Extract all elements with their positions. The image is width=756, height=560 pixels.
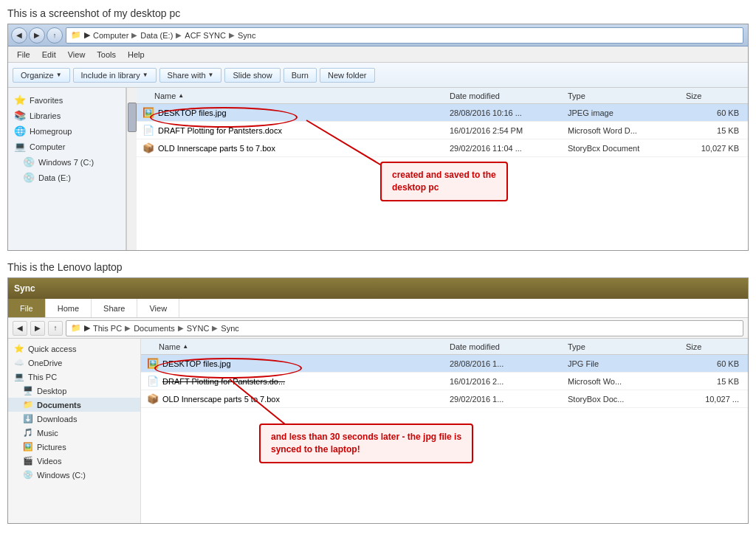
- win8-file-type-2: Microsoft Wo...: [568, 377, 686, 386]
- this-pc-icon: 💻: [14, 372, 24, 381]
- win8-file-name-text-2: DRAFT Plotting for Pantsters.do...: [162, 377, 285, 386]
- toolbar-slideshow[interactable]: Slide show: [224, 68, 280, 83]
- col-name-header[interactable]: Name ▲: [140, 91, 450, 100]
- sidebar-music[interactable]: 🎵 Music: [8, 426, 140, 440]
- music-label: Music: [37, 429, 58, 438]
- sidebar-documents[interactable]: 📁 Documents: [8, 398, 140, 412]
- win7-toolbar: Organize ▼ Include in library ▼ Share wi…: [8, 63, 748, 88]
- sidebar-onedrive[interactable]: ☁️ OneDrive: [8, 356, 140, 370]
- ribbon-tab-share[interactable]: Share: [92, 299, 137, 317]
- win8-sort-arrow: ▲: [182, 343, 188, 350]
- ribbon-tab-home[interactable]: Home: [46, 299, 92, 317]
- sidebar-this-pc[interactable]: 💻 This PC: [8, 370, 140, 384]
- win7-forward-btn[interactable]: ▶: [29, 27, 45, 44]
- desktop-icon: 🖥️: [23, 386, 33, 395]
- computer-icon: 💻: [14, 141, 26, 152]
- sidebar-libraries[interactable]: 📚 Libraries: [8, 108, 126, 123]
- win8-file-area: Name ▲ Date modified Type Size 🖼️ DESKTO…: [141, 339, 748, 523]
- file-row-1[interactable]: 🖼️ DESKTOP files.jpg 28/08/2016 10:16 ..…: [137, 104, 748, 122]
- win8-forward-btn[interactable]: ▶: [30, 321, 45, 336]
- win8-file-date-1: 28/08/2016 1...: [450, 359, 568, 368]
- file-name-text-3: OLD Innerscape parts 5 to 7.box: [158, 144, 275, 153]
- win8-ribbon-tabs: File Home Share View: [8, 299, 748, 318]
- win7-back-btn[interactable]: ◀: [11, 27, 27, 44]
- file-row-2[interactable]: 📄 DRAFT Plotting for Pantsters.docx 16/0…: [137, 122, 748, 139]
- sidebar-windows7[interactable]: 💿 Windows 7 (C:): [8, 154, 126, 170]
- win8-col-type-header[interactable]: Type: [568, 342, 686, 351]
- ribbon-tab-view[interactable]: View: [137, 299, 179, 317]
- file-name-text-2: DRAFT Plotting for Pantsters.docx: [158, 126, 282, 135]
- sidebar-data[interactable]: 💿 Data (E:): [8, 170, 126, 185]
- toolbar-organize[interactable]: Organize ▼: [13, 68, 70, 83]
- win8-file-date-2: 16/01/2016 2...: [450, 377, 568, 386]
- win8-address-bar[interactable]: 📁 ▶ This PC ▶ Documents ▶ SYNC ▶ Sync: [66, 320, 743, 336]
- sidebar-computer[interactable]: 💻 Computer: [8, 139, 126, 154]
- win8-col-size-header[interactable]: Size: [686, 342, 745, 351]
- homegroup-label: Homegroup: [30, 127, 72, 136]
- sidebar-quick-access[interactable]: ⭐ Quick access: [8, 342, 140, 356]
- file-size-1: 60 KB: [686, 108, 745, 117]
- col-date-header[interactable]: Date modified: [450, 91, 568, 100]
- ribbon-tab-file[interactable]: File: [8, 299, 46, 317]
- win8-up-btn[interactable]: ↑: [48, 321, 63, 336]
- col-date-label: Date modified: [450, 91, 500, 100]
- sidebar-downloads[interactable]: ⬇️ Downloads: [8, 412, 140, 426]
- desktop-label-sidebar: Desktop: [37, 387, 66, 395]
- file-name-2: 📄 DRAFT Plotting for Pantsters.docx: [140, 125, 450, 136]
- menu-view[interactable]: View: [62, 49, 92, 61]
- file-row-3[interactable]: 📦 OLD Innerscape parts 5 to 7.box 29/02/…: [137, 139, 748, 157]
- sidebar-homegroup[interactable]: 🌐 Homegroup: [8, 123, 126, 139]
- win7-callout-box: created and saved to the desktop pc: [380, 162, 508, 201]
- sidebar-pictures[interactable]: 🖼️ Pictures: [8, 440, 140, 454]
- win7-titlebar: ◀ ▶ ↑ 📁 ▶ Computer ▶ Data (E:) ▶ ACF SYN…: [8, 24, 748, 46]
- win8-file-row-2[interactable]: 📄 DRAFT Plotting for Pantsters.do... 16/…: [141, 373, 748, 390]
- onedrive-icon: ☁️: [14, 358, 24, 367]
- col-size-header[interactable]: Size: [686, 91, 745, 100]
- downloads-label: Downloads: [37, 415, 77, 424]
- sep2: ▶: [176, 31, 182, 39]
- col-name-label: Name: [154, 91, 176, 100]
- pictures-icon: 🖼️: [23, 442, 33, 452]
- col-type-header[interactable]: Type: [568, 91, 686, 100]
- win8-col-name-header[interactable]: Name ▲: [144, 342, 450, 351]
- computer-label: Computer: [30, 142, 65, 151]
- toolbar-new-folder[interactable]: New folder: [320, 68, 375, 83]
- address-folder-icon: 📁: [71, 30, 81, 40]
- include-library-arrow: ▼: [142, 72, 148, 78]
- menu-file[interactable]: File: [11, 49, 36, 61]
- documents-icon: 📁: [23, 400, 33, 409]
- win7-column-headers: Name ▲ Date modified Type Size: [137, 88, 748, 104]
- videos-icon: 🎬: [23, 456, 33, 466]
- win8-col-date-header[interactable]: Date modified: [450, 342, 568, 351]
- sidebar-windows-c[interactable]: 💿 Windows (C:): [8, 468, 140, 482]
- file-name-1: 🖼️ DESKTOP files.jpg: [140, 107, 450, 118]
- sidebar-favorites[interactable]: ⭐ Favorites: [8, 92, 126, 108]
- file-date-2: 16/01/2016 2:54 PM: [450, 126, 568, 135]
- toolbar-include-library[interactable]: Include in library ▼: [73, 68, 157, 83]
- menu-tools[interactable]: Tools: [91, 49, 122, 61]
- menu-edit[interactable]: Edit: [36, 49, 62, 61]
- file-date-1: 28/08/2016 10:16 ...: [450, 108, 568, 117]
- sort-arrow: ▲: [178, 92, 184, 99]
- win8-file-icon-3: 📦: [147, 393, 159, 404]
- win7-up-btn[interactable]: ↑: [47, 27, 63, 44]
- scrollbar-thumb[interactable]: [128, 103, 137, 132]
- data-label: Data (E:): [38, 173, 71, 182]
- sidebar-desktop[interactable]: 🖥️ Desktop: [8, 384, 140, 398]
- toolbar-share-with[interactable]: Share with ▼: [159, 68, 222, 83]
- win8-file-row-3[interactable]: 📦 OLD Innerscape parts 5 to 7.box 29/02/…: [141, 390, 748, 408]
- windows7-icon: 💿: [23, 156, 35, 167]
- win7-address-bar[interactable]: 📁 ▶ Computer ▶ Data (E:) ▶ ACF SYNC ▶ Sy…: [66, 27, 743, 44]
- win8-back-btn[interactable]: ◀: [13, 321, 27, 336]
- sep3: ▶: [229, 31, 235, 39]
- toolbar-burn[interactable]: Burn: [284, 68, 317, 83]
- win8-col-size-label: Size: [686, 342, 701, 351]
- win7-scrollbar[interactable]: [126, 88, 137, 250]
- win8-titlebar: Sync: [8, 278, 748, 299]
- sidebar-videos[interactable]: 🎬 Videos: [8, 454, 140, 468]
- win8-file-row-1[interactable]: 🖼️ DESKTOP files.jpg 28/08/2016 1... JPG…: [141, 355, 748, 373]
- downloads-icon: ⬇️: [23, 414, 33, 424]
- menu-help[interactable]: Help: [122, 49, 151, 61]
- desktop-title: This is a screenshot of my desktop pc: [7, 7, 749, 19]
- share-with-arrow: ▼: [208, 72, 214, 78]
